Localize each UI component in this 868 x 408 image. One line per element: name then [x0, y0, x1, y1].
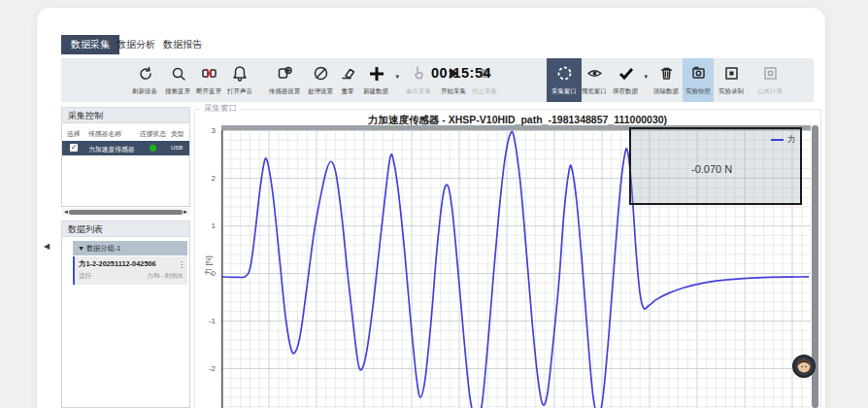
trash-icon	[658, 65, 675, 85]
collection-control-header: 采集控制	[61, 107, 190, 123]
toolbar-item-label: 公式计算	[757, 87, 783, 96]
check-icon	[618, 65, 634, 85]
sensor-table: 选择 传感器名称 连接状态 类型	[61, 123, 190, 207]
toolbar-item-label: 重零	[342, 87, 354, 96]
save-data-button[interactable]: 保存数据▾	[605, 61, 646, 99]
toolbar-item-label: 处理设置	[308, 87, 333, 96]
new-data-button[interactable]: 新建数据▾	[354, 61, 397, 99]
toolbar-item-label: 单点采集	[406, 87, 431, 96]
hscroll-thumb[interactable]	[69, 210, 183, 215]
toolbar-item-label: 开始采集	[441, 87, 466, 96]
toolbar-item-label: 刷新设备	[132, 87, 157, 96]
sensor-checkbox[interactable]: ✓	[70, 144, 78, 152]
clear-data-button[interactable]: 清除数据	[646, 61, 686, 99]
toolbar-item-label: 搜索蓝牙	[165, 87, 190, 96]
col-sensor-name: 传感器名称	[88, 129, 121, 139]
compass-icon	[313, 65, 329, 85]
chart-group-label: 采集窗口	[200, 103, 241, 115]
experiment-record-button[interactable]: 实验录制	[714, 61, 749, 99]
sidebar-collapse-icon[interactable]: ◀	[44, 242, 50, 251]
y-tick-label: 0	[196, 269, 216, 278]
data-list-header: 数据列表	[61, 221, 190, 237]
tab-data-report[interactable]: 数据报告	[153, 35, 212, 54]
dataset-title: 力1-2-20251112-042506	[79, 259, 156, 269]
item-accent-bar	[73, 256, 75, 285]
plus-icon	[368, 65, 384, 85]
screen: 数据采集 数据分析 数据报告 刷新设备搜索蓝牙断开蓝牙打开声音传感器设置处理设置…	[0, 0, 868, 408]
chart-legend: 力	[771, 134, 796, 146]
toolbar-item-label: 新建数据	[363, 87, 388, 96]
bt-disconnect-icon	[201, 65, 217, 85]
formula-calc-button: 公式计算	[749, 61, 791, 99]
toolbar-item-label: 预览窗口	[582, 87, 607, 96]
toolbar-item-label: 实验快照	[685, 87, 711, 96]
sensor-name: 力加速度传感器	[88, 145, 135, 154]
dataset-status: 运行	[79, 272, 91, 281]
data-group-header[interactable]: ▼ 数据分组-1	[73, 241, 187, 255]
bell-icon	[232, 65, 249, 85]
kebab-menu-icon[interactable]: ⋮	[178, 260, 185, 269]
cursor-value-tooltip: -0.070 N	[691, 163, 732, 175]
y-tick-label: 1	[196, 221, 216, 230]
eye-icon	[586, 65, 603, 85]
legend-label: 力	[787, 134, 796, 146]
dataset-axes: 力/N - 时间/s	[147, 272, 183, 281]
toolbar-item-label: 传感器设置	[269, 87, 301, 96]
hand-icon	[411, 65, 427, 85]
toolbar-item-label: 实验录制	[718, 87, 744, 96]
eraser-icon	[340, 65, 356, 85]
snapshot-icon	[690, 65, 707, 85]
y-tick-label: -2	[196, 364, 216, 373]
y-tick-label: 3	[196, 126, 216, 135]
y-tick-label: -1	[196, 317, 216, 325]
formula-icon	[762, 65, 779, 85]
scroll-right-icon[interactable]: ►	[183, 208, 188, 216]
refresh-icon	[137, 65, 153, 85]
list-item-dataset[interactable]: 力1-2-20251112-042506 ⋮ 运行 力/N - 时间/s	[73, 256, 187, 285]
toolbar-item-label: 断开蓝牙	[196, 87, 221, 96]
col-type: 类型	[171, 129, 184, 139]
assistant-avatar-button[interactable]	[792, 355, 816, 378]
col-select: 选择	[67, 129, 81, 139]
avatar-face-icon	[796, 358, 812, 374]
collection-timer: 00:15:54	[431, 65, 489, 81]
dashed-circle-icon	[556, 65, 573, 85]
toolbar-item-label: 清除数据	[653, 87, 679, 96]
open-sound-button[interactable]: 打开声音	[220, 61, 259, 99]
toolbar-item-label: 停止采集	[472, 87, 497, 96]
table-row-sensor[interactable]: ✓ 力加速度传感器 USB	[62, 141, 189, 155]
legend-line-swatch	[771, 139, 784, 141]
col-connect-status: 连接状态	[140, 129, 166, 139]
record-icon	[723, 65, 740, 85]
toolbar-item-label: 保存数据	[613, 87, 638, 96]
search-icon	[170, 65, 186, 85]
toolbar-item-label: 打开声音	[227, 87, 252, 96]
sensor-icon	[277, 65, 293, 85]
experiment-snapshot-button[interactable]: 实验快照	[683, 58, 714, 102]
sensor-type: USB	[171, 145, 183, 151]
sensor-table-hscrollbar[interactable]: ◄ ►	[62, 208, 189, 216]
y-tick-label: 2	[196, 174, 216, 183]
status-dot	[150, 145, 156, 152]
